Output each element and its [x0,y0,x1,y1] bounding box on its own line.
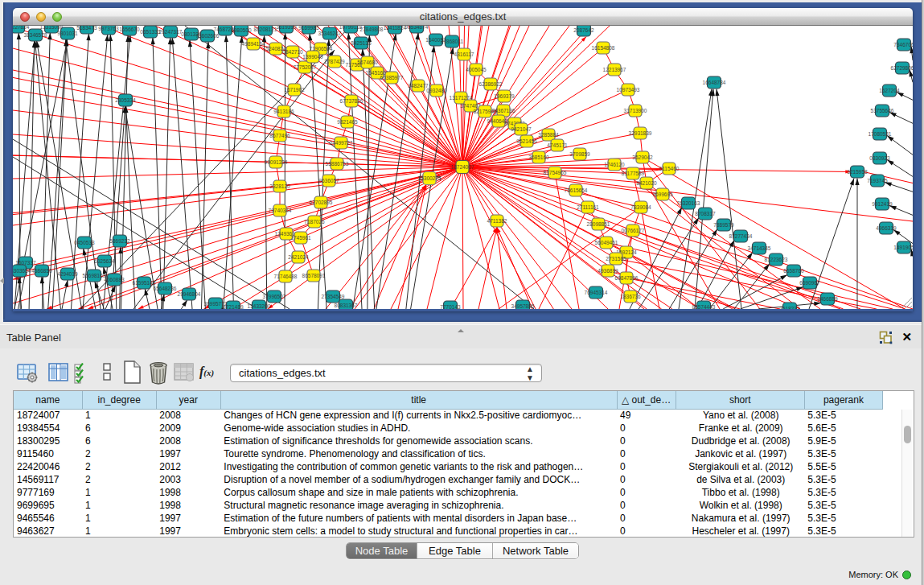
svg-text:8215958: 8215958 [847,169,868,175]
svg-text:0980500: 0980500 [231,27,252,33]
svg-text:17080531: 17080531 [869,131,892,137]
svg-text:37996507: 37996507 [263,294,286,299]
svg-text:4711382: 4711382 [487,218,507,224]
svg-text:67737826: 67737826 [340,98,363,104]
svg-text:9821465: 9821465 [337,119,358,125]
svg-text:2087642: 2087642 [573,27,594,33]
svg-text:7889579: 7889579 [713,222,734,228]
svg-text:81754965: 81754965 [544,170,567,175]
svg-text:53755646: 53755646 [871,108,894,113]
svg-text:55698169: 55698169 [83,273,106,278]
svg-text:7346706: 7346706 [893,42,913,47]
svg-text:9636057: 9636057 [318,178,339,183]
svg-text:3518233: 3518233 [779,306,800,309]
svg-text:27868011: 27868011 [441,39,464,44]
svg-text:0450533: 0450533 [74,240,95,245]
svg-text:80831367: 80831367 [335,303,358,308]
svg-text:76615654: 76615654 [565,187,588,193]
svg-text:9169985: 9169985 [298,26,319,31]
svg-text:4060883: 4060883 [104,277,125,282]
svg-text:69847896: 69847896 [615,275,639,281]
svg-text:3685160: 3685160 [528,154,549,160]
svg-text:3747407: 3747407 [460,103,481,109]
svg-text:7770143: 7770143 [440,304,461,309]
svg-text:73602606: 73602606 [196,33,220,39]
svg-text:1969379: 1969379 [494,93,515,99]
svg-text:1627204: 1627204 [879,88,900,93]
svg-text:1745961: 1745961 [290,235,311,241]
svg-text:62702895: 62702895 [310,200,333,205]
svg-text:38346578: 38346578 [24,32,47,38]
svg-text:34714345: 34714345 [748,245,771,251]
svg-text:4966319: 4966319 [876,225,897,231]
svg-text:76945314: 76945314 [585,290,608,295]
svg-text:31713900: 31713900 [624,108,647,113]
svg-text:4586850: 4586850 [31,268,52,274]
svg-text:12213967: 12213967 [603,67,626,72]
svg-text:0932480: 0932480 [426,88,447,93]
svg-text:6658760: 6658760 [783,268,804,274]
svg-text:35346247: 35346247 [318,31,342,36]
svg-text:8677496: 8677496 [269,133,290,138]
svg-text:3482477: 3482477 [408,83,429,89]
svg-text:34957885: 34957885 [511,303,535,309]
svg-text:3529042: 3529042 [632,154,653,160]
svg-text:85574443: 85574443 [692,304,716,309]
svg-text:10973493: 10973493 [617,87,640,93]
svg-text:9973763: 9973763 [98,26,119,31]
svg-text:4294019: 4294019 [57,271,78,277]
svg-text:10799118: 10799118 [339,26,363,30]
svg-text:2421024: 2421024 [288,254,309,260]
svg-text:1671902: 1671902 [284,87,305,93]
svg-text:3619399: 3619399 [276,26,297,30]
svg-text:26247317: 26247317 [159,29,183,35]
svg-text:4745171: 4745171 [547,142,568,148]
svg-text:1836736: 1836736 [620,294,641,299]
svg-text:9115460: 9115460 [659,166,680,171]
svg-text:81177589: 81177589 [622,171,645,176]
svg-text:2328120: 2328120 [269,183,290,189]
svg-text:28098851: 28098851 [587,221,610,227]
svg-text:32931839: 32931839 [629,130,652,136]
svg-text:6025634: 6025634 [94,258,115,264]
svg-text:27111161: 27111161 [577,204,599,210]
svg-text:65648236: 65648236 [154,286,177,291]
svg-text:1399049: 1399049 [302,54,323,60]
svg-text:61595148: 61595148 [133,280,156,286]
svg-text:4005045: 4005045 [466,67,487,72]
svg-text:9521456: 9521456 [516,138,537,144]
svg-text:2787429: 2787429 [324,59,345,64]
svg-text:7839084: 7839084 [630,204,651,210]
svg-text:4936899: 4936899 [598,268,618,274]
svg-text:9413186: 9413186 [273,109,294,114]
svg-text:3285884: 3285884 [538,132,559,138]
svg-text:13433200: 13433200 [248,303,271,309]
svg-text:79740344: 79740344 [269,208,292,213]
svg-text:43303654: 43303654 [13,268,31,274]
svg-text:18227824: 18227824 [13,26,30,30]
svg-text:3709859: 3709859 [569,151,590,157]
svg-text:5466889: 5466889 [817,296,838,302]
svg-text:5183473: 5183473 [76,26,97,31]
svg-text:62386922: 62386922 [479,81,503,87]
svg-text:8425135: 8425135 [351,40,372,46]
svg-text:88208121: 88208121 [254,27,277,32]
svg-text:16648784: 16648784 [703,80,726,85]
svg-text:87277434: 87277434 [729,233,753,239]
svg-text:4316117: 4316117 [454,51,474,57]
svg-text:86578091: 86578091 [302,273,326,278]
svg-text:76320163: 76320163 [677,200,700,206]
svg-text:18724007: 18724007 [451,164,474,170]
svg-text:12411824: 12411824 [384,26,407,31]
svg-text:74367136: 74367136 [492,108,515,113]
svg-text:29946804: 29946804 [178,291,201,297]
svg-text:71746488: 71746488 [274,274,298,279]
svg-text:56049451: 56049451 [595,240,618,245]
svg-text:62729806: 62729806 [891,65,913,71]
svg-text:49894134: 49894134 [242,41,265,47]
svg-text:0651333: 0651333 [140,29,161,35]
svg-text:99091334: 99091334 [265,159,288,165]
svg-text:77752047: 77752047 [294,64,317,70]
svg-text:60385977: 60385977 [380,75,404,80]
svg-text:81223623: 81223623 [765,257,788,262]
